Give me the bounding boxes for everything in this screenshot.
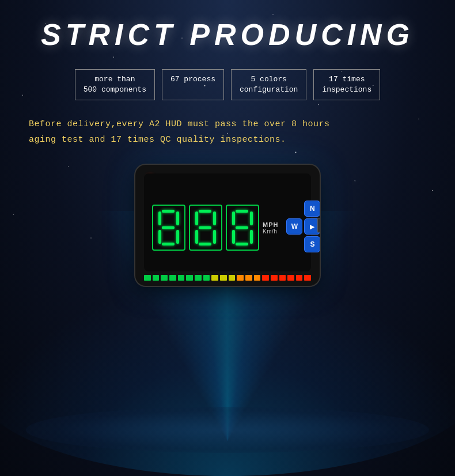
badge-components: more than500 components <box>75 69 155 100</box>
bar-seg-5 <box>178 275 185 281</box>
digit-2 <box>189 205 222 251</box>
background-container: STRICT PRODUCING more than500 components… <box>0 0 455 476</box>
bar-seg-18 <box>287 275 294 281</box>
hud-screen: MPH Km/h N W ▶ E <box>144 173 311 271</box>
bar-seg-2 <box>153 275 160 281</box>
bar-seg-3 <box>161 275 168 281</box>
compass-south: S <box>304 236 320 252</box>
bar-seg-4 <box>169 275 176 281</box>
main-content: STRICT PRODUCING more than500 components… <box>0 0 455 286</box>
bar-seg-17 <box>279 275 286 281</box>
badge-process: 67 process <box>162 69 224 100</box>
badge-colors: 5 colorsconfiguration <box>231 69 306 100</box>
compass-empty-tl <box>286 201 302 217</box>
bar-seg-7 <box>195 275 202 281</box>
badge-inspections: 17 timesinspections <box>313 69 380 100</box>
speed-digits <box>152 205 259 251</box>
bar-seg-8 <box>203 275 210 281</box>
description-text: Before delivery,every A2 HUD must pass t… <box>29 116 426 148</box>
compass-north: N <box>304 201 320 217</box>
digit-3-segments <box>232 210 253 245</box>
bar-seg-6 <box>186 275 193 281</box>
bar-seg-12 <box>237 275 244 281</box>
bar-seg-16 <box>271 275 278 281</box>
digit-3 <box>226 205 259 251</box>
bar-seg-10 <box>220 275 227 281</box>
speed-bar <box>144 274 311 281</box>
device-container: MPH Km/h N W ▶ E <box>29 165 426 286</box>
unit-kmh: Km/h <box>263 228 278 235</box>
usb-port <box>317 218 320 233</box>
compass-area: N W ▶ E S <box>286 201 320 252</box>
digit-2-segments <box>195 210 216 245</box>
compass-empty-bl <box>286 236 302 252</box>
bar-seg-20 <box>304 275 311 281</box>
compass-west: W <box>286 218 302 235</box>
unit-mph: MPH <box>263 221 278 228</box>
platform-surface <box>26 407 429 453</box>
units-column: MPH Km/h <box>263 221 278 235</box>
bar-seg-19 <box>296 275 303 281</box>
bar-seg-14 <box>254 275 261 281</box>
bar-seg-9 <box>211 275 218 281</box>
digit-1 <box>152 205 185 251</box>
bar-seg-11 <box>229 275 236 281</box>
digit-1-segments <box>158 210 179 245</box>
hud-device: MPH Km/h N W ▶ E <box>135 165 320 286</box>
bar-seg-1 <box>144 275 151 281</box>
badges-row: more than500 components 67 process 5 col… <box>29 69 426 100</box>
bar-seg-15 <box>262 275 269 281</box>
bar-seg-13 <box>245 275 252 281</box>
page-title: STRICT PRODUCING <box>29 17 426 52</box>
